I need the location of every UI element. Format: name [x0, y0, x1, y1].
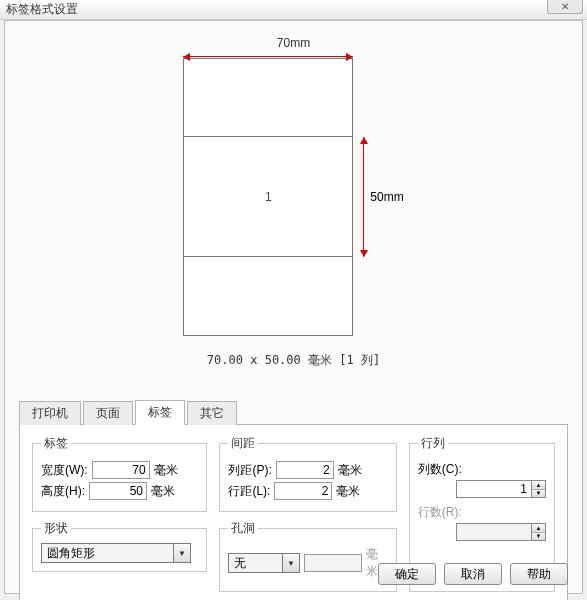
rowgap-input[interactable]: [274, 482, 332, 500]
label-stack: 1: [183, 58, 353, 336]
height-unit: 毫米: [151, 483, 175, 500]
label-preview: 70mm 1 50mm 70.00 x 50.00 毫米 [1 列]: [19, 31, 568, 399]
group-hole: 孔洞 无 ▼ 毫米: [219, 520, 396, 592]
dialog-body: 70mm 1 50mm 70.00 x 50.00 毫米 [1 列]: [4, 20, 583, 594]
titlebar: 标签格式设置 ✕: [0, 0, 587, 20]
group-gap: 间距 列距(P): 毫米 行距(L): 毫米: [219, 435, 396, 512]
label-cell-middle: 1: [184, 137, 352, 257]
height-dim-label: 50mm: [370, 190, 403, 204]
spin-down-icon[interactable]: ▼: [532, 490, 545, 498]
hole-combo-value: 无: [229, 555, 281, 572]
tab-other[interactable]: 其它: [187, 401, 237, 425]
shape-combo-value: 圆角矩形: [42, 545, 173, 562]
rows-field-label: 行数(R):: [418, 504, 462, 521]
tab-label[interactable]: 标签: [135, 400, 185, 425]
tabstrip: 打印机 页面 标签 其它: [19, 403, 568, 425]
colgap-field-label: 列距(P):: [228, 462, 271, 479]
cols-field-label: 列数(C):: [418, 461, 462, 478]
chevron-down-icon: ▼: [173, 544, 190, 562]
group-hole-legend: 孔洞: [228, 520, 258, 537]
group-label-legend: 标签: [41, 435, 71, 452]
width-field-label: 宽度(W):: [41, 462, 88, 479]
group-shape: 形状 圆角矩形 ▼: [32, 520, 207, 572]
label-cell-top: [184, 59, 352, 137]
cancel-button[interactable]: 取消: [444, 563, 502, 585]
rowgap-unit: 毫米: [336, 483, 360, 500]
label-cell-number: 1: [265, 190, 272, 204]
shape-combo[interactable]: 圆角矩形 ▼: [41, 543, 191, 563]
cols-spinner[interactable]: 1 ▲ ▼: [456, 480, 546, 498]
group-rowcol-legend: 行列: [418, 435, 448, 452]
width-arrow: [183, 56, 353, 57]
chevron-down-icon: ▼: [282, 554, 299, 572]
height-input[interactable]: [89, 482, 147, 500]
colgap-unit: 毫米: [338, 462, 362, 479]
tab-printer[interactable]: 打印机: [19, 401, 81, 425]
rowgap-field-label: 行距(L):: [228, 483, 270, 500]
group-label: 标签 宽度(W): 毫米 高度(H): 毫米: [32, 435, 207, 512]
window-title: 标签格式设置: [6, 1, 78, 18]
height-arrow: [363, 137, 364, 257]
height-dimension: 50mm: [363, 137, 403, 257]
tab-page[interactable]: 页面: [83, 401, 133, 425]
height-field-label: 高度(H):: [41, 483, 85, 500]
ok-button[interactable]: 确定: [378, 563, 436, 585]
width-dim-label: 70mm: [277, 36, 310, 50]
width-unit: 毫米: [154, 462, 178, 479]
group-shape-legend: 形状: [41, 520, 71, 537]
preview-caption: 70.00 x 50.00 毫米 [1 列]: [207, 352, 380, 369]
close-icon: ✕: [561, 1, 569, 12]
help-button[interactable]: 帮助: [510, 563, 568, 585]
label-cell-bottom: [184, 257, 352, 335]
colgap-input[interactable]: [276, 461, 334, 479]
cols-value: 1: [457, 482, 531, 496]
spin-down-icon: ▼: [532, 533, 545, 541]
group-gap-legend: 间距: [228, 435, 258, 452]
width-input[interactable]: [92, 461, 150, 479]
hole-combo[interactable]: 无 ▼: [228, 553, 299, 573]
close-button[interactable]: ✕: [547, 0, 583, 14]
dialog-button-bar: 确定 取消 帮助: [378, 563, 568, 585]
rows-spinner: ▲ ▼: [456, 523, 546, 541]
spin-up-icon: ▲: [532, 524, 545, 533]
hole-dim-input: [304, 554, 362, 572]
spin-up-icon[interactable]: ▲: [532, 481, 545, 490]
